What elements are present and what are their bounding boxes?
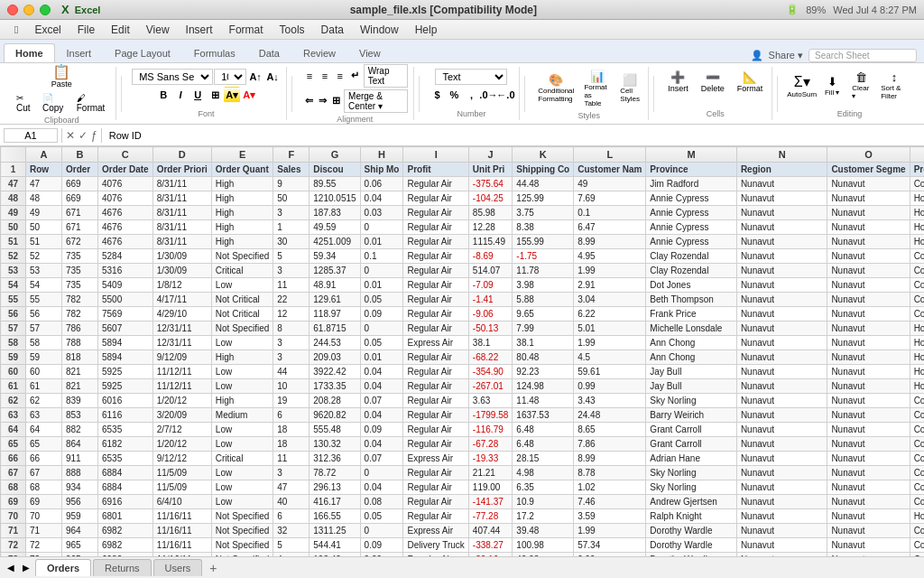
cell-3-3[interactable]: 8/31/11	[152, 206, 211, 220]
cell-7-2[interactable]: 5316	[98, 264, 153, 278]
cell-11-5[interactable]: 8	[273, 322, 310, 336]
row-number-15[interactable]: 61	[1, 379, 26, 394]
row-number-3[interactable]: 49	[1, 206, 26, 220]
cell-27-7[interactable]: 0.09	[360, 553, 403, 557]
cell-0-1[interactable]: Order	[62, 163, 98, 177]
cell-23-6[interactable]: 416.17	[310, 495, 360, 509]
cell-10-9[interactable]: -9.06	[468, 307, 512, 322]
cell-10-2[interactable]: 7569	[98, 307, 153, 322]
cell-2-14[interactable]: Nunavut	[827, 191, 910, 206]
cell-23-8[interactable]: Regular Air	[403, 495, 468, 509]
cell-8-1[interactable]: 735	[62, 278, 98, 293]
cell-10-7[interactable]: 0.09	[360, 307, 403, 322]
cell-1-1[interactable]: 669	[62, 177, 98, 191]
cell-19-1[interactable]: 864	[62, 437, 98, 452]
cell-15-11[interactable]: 0.99	[574, 379, 646, 394]
cell-17-7[interactable]: 0.04	[360, 408, 403, 423]
cell-19-0[interactable]: 65	[26, 437, 62, 452]
align-left-button[interactable]: ≡	[302, 68, 317, 84]
cell-9-14[interactable]: Nunavut	[827, 293, 910, 307]
cell-1-10[interactable]: 44.48	[513, 177, 574, 191]
cell-19-2[interactable]: 6182	[98, 437, 153, 452]
cell-13-6[interactable]: 209.03	[310, 350, 360, 365]
cell-19-15[interactable]: Corporate	[910, 437, 924, 452]
cell-23-3[interactable]: 6/4/10	[152, 495, 211, 509]
cell-18-9[interactable]: -116.79	[468, 423, 512, 437]
cell-2-1[interactable]: 669	[62, 191, 98, 206]
cell-4-15[interactable]: Home Office	[910, 220, 924, 235]
cell-13-14[interactable]: Nunavut	[827, 350, 910, 365]
cell-6-0[interactable]: 52	[26, 249, 62, 264]
cell-20-15[interactable]: Corporate	[910, 452, 924, 466]
cell-14-11[interactable]: 59.61	[574, 365, 646, 379]
cell-12-1[interactable]: 788	[62, 336, 98, 350]
cell-6-10[interactable]: -1.75	[513, 249, 574, 264]
cell-4-10[interactable]: 8.38	[513, 220, 574, 235]
cell-0-3[interactable]: Order Priori	[152, 163, 211, 177]
cell-17-14[interactable]: Nunavut	[827, 408, 910, 423]
cell-9-3[interactable]: 4/17/11	[152, 293, 211, 307]
cell-23-10[interactable]: 10.9	[513, 495, 574, 509]
cell-3-6[interactable]: 187.83	[310, 206, 360, 220]
cell-23-1[interactable]: 956	[62, 495, 98, 509]
cell-9-2[interactable]: 5500	[98, 293, 153, 307]
cell-7-1[interactable]: 735	[62, 264, 98, 278]
cell-7-10[interactable]: 11.78	[513, 264, 574, 278]
cell-21-14[interactable]: Nunavut	[827, 466, 910, 480]
col-N[interactable]: N	[736, 147, 827, 163]
cell-4-0[interactable]: 50	[26, 220, 62, 235]
col-J[interactable]: J	[468, 147, 512, 163]
cell-6-11[interactable]: 4.95	[574, 249, 646, 264]
cell-6-1[interactable]: 735	[62, 249, 98, 264]
cell-7-3[interactable]: 1/30/09	[152, 264, 211, 278]
cell-19-7[interactable]: 0.04	[360, 437, 403, 452]
cell-19-5[interactable]: 18	[273, 437, 310, 452]
cell-12-7[interactable]: 0.05	[360, 336, 403, 350]
cell-18-0[interactable]: 64	[26, 423, 62, 437]
row-number-22[interactable]: 68	[1, 480, 26, 495]
cell-14-10[interactable]: 92.23	[513, 365, 574, 379]
menu-file[interactable]: File	[70, 22, 102, 38]
cell-2-9[interactable]: -104.25	[468, 191, 512, 206]
cell-6-6[interactable]: 59.34	[310, 249, 360, 264]
cell-19-11[interactable]: 7.86	[574, 437, 646, 452]
cell-14-2[interactable]: 5925	[98, 365, 153, 379]
cell-4-13[interactable]: Nunavut	[736, 220, 827, 235]
cell-21-2[interactable]: 6884	[98, 466, 153, 480]
cell-1-13[interactable]: Nunavut	[736, 177, 827, 191]
cell-14-9[interactable]: -354.90	[468, 365, 512, 379]
cell-9-13[interactable]: Nunavut	[736, 293, 827, 307]
cell-25-8[interactable]: Express Air	[403, 524, 468, 538]
cell-25-4[interactable]: Not Specified	[211, 524, 273, 538]
cell-14-7[interactable]: 0.04	[360, 365, 403, 379]
cell-4-5[interactable]: 1	[273, 220, 310, 235]
cell-23-4[interactable]: Low	[211, 495, 273, 509]
cell-21-5[interactable]: 3	[273, 466, 310, 480]
merge-center-label[interactable]: Merge & Center ▾	[344, 89, 408, 113]
cell-25-12[interactable]: Dorothy Wardle	[646, 524, 737, 538]
cell-19-6[interactable]: 130.32	[310, 437, 360, 452]
cell-1-14[interactable]: Nunavut	[827, 177, 910, 191]
row-number-9[interactable]: 55	[1, 293, 26, 307]
cell-12-8[interactable]: Express Air	[403, 336, 468, 350]
cell-19-12[interactable]: Grant Carroll	[646, 437, 737, 452]
cell-10-6[interactable]: 118.97	[310, 307, 360, 322]
cell-2-11[interactable]: 7.69	[574, 191, 646, 206]
cell-4-14[interactable]: Nunavut	[827, 220, 910, 235]
cell-10-5[interactable]: 12	[273, 307, 310, 322]
cell-7-6[interactable]: 1285.37	[310, 264, 360, 278]
menu-apple[interactable]: 	[7, 22, 25, 38]
tab-home[interactable]: Home	[4, 43, 55, 62]
cell-20-4[interactable]: Critical	[211, 452, 273, 466]
cell-23-13[interactable]: Nunavut	[736, 495, 827, 509]
cell-9-5[interactable]: 22	[273, 293, 310, 307]
cell-20-10[interactable]: 28.15	[513, 452, 574, 466]
indent-decrease-button[interactable]: ⇐	[302, 93, 315, 109]
cell-0-4[interactable]: Order Quant	[211, 163, 273, 177]
menu-window[interactable]: Window	[353, 22, 406, 38]
cell-5-1[interactable]: 672	[62, 235, 98, 249]
row-number-27[interactable]: 73	[1, 553, 26, 557]
cell-18-5[interactable]: 18	[273, 423, 310, 437]
cell-6-7[interactable]: 0.1	[360, 249, 403, 264]
cell-6-9[interactable]: -8.69	[468, 249, 512, 264]
